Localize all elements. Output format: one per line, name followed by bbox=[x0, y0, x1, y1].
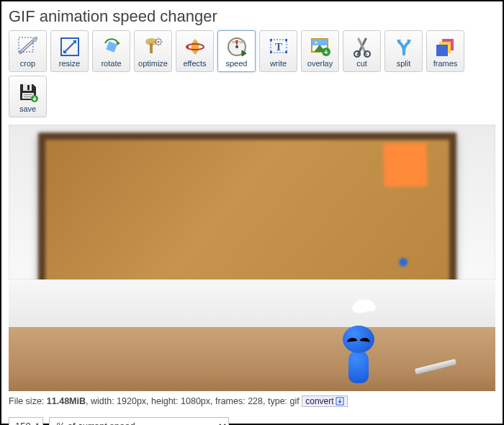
speed-button[interactable]: NWNE speed bbox=[217, 30, 256, 72]
svg-rect-20 bbox=[270, 39, 272, 41]
tool-label: resize bbox=[59, 59, 80, 68]
tool-label: optimize bbox=[138, 59, 168, 68]
tool-label: effects bbox=[183, 59, 206, 68]
rotate-icon bbox=[100, 35, 123, 58]
cut-icon bbox=[351, 35, 374, 58]
rotate-button[interactable]: rotate bbox=[92, 30, 130, 72]
svg-marker-6 bbox=[117, 41, 120, 45]
svg-rect-23 bbox=[285, 51, 287, 53]
cut-button[interactable]: cut bbox=[343, 30, 381, 72]
write-button[interactable]: T write bbox=[259, 30, 297, 72]
overlay-icon: + bbox=[309, 35, 332, 58]
crop-icon bbox=[17, 35, 40, 58]
effects-icon bbox=[184, 35, 207, 58]
convert-button[interactable]: convert bbox=[302, 395, 347, 407]
speed-value: 150 bbox=[15, 421, 31, 426]
tool-label: write bbox=[270, 59, 287, 68]
svg-text:+: + bbox=[324, 48, 328, 56]
svg-rect-42 bbox=[24, 97, 32, 97]
type-label: , type: bbox=[263, 396, 290, 406]
image-preview bbox=[9, 125, 495, 391]
frames-icon bbox=[434, 35, 457, 58]
type-value: gif bbox=[290, 396, 300, 406]
tool-label: split bbox=[397, 59, 411, 68]
toolbar: crop resize rotate optimize effects NWNE… bbox=[9, 30, 495, 117]
svg-rect-22 bbox=[270, 51, 272, 53]
svg-rect-5 bbox=[106, 41, 117, 52]
svg-rect-39 bbox=[27, 85, 30, 90]
svg-rect-21 bbox=[285, 39, 287, 41]
speed-unit-select[interactable]: % of current speed bbox=[49, 417, 229, 425]
width-label: , width: bbox=[86, 396, 117, 406]
svg-point-27 bbox=[315, 41, 318, 44]
svg-point-17 bbox=[235, 45, 238, 48]
page-title: GIF animation speed changer bbox=[9, 7, 495, 26]
svg-point-10 bbox=[157, 40, 159, 42]
svg-rect-8 bbox=[150, 43, 153, 53]
tool-label: overlay bbox=[307, 59, 333, 68]
height-value: 1080px bbox=[181, 396, 210, 406]
optimize-icon bbox=[142, 35, 165, 58]
height-label: , height: bbox=[146, 396, 181, 406]
tool-label: frames bbox=[433, 59, 458, 68]
crop-button[interactable]: crop bbox=[9, 30, 47, 72]
split-button[interactable]: split bbox=[384, 30, 423, 72]
overlay-button[interactable]: + overlay bbox=[301, 30, 339, 72]
filesize-value: 11.48MiB bbox=[47, 396, 86, 406]
tool-label: cut bbox=[356, 59, 367, 68]
frames-button[interactable]: frames bbox=[426, 30, 464, 72]
effects-button[interactable]: effects bbox=[176, 30, 214, 72]
save-button[interactable]: save bbox=[9, 76, 47, 117]
stepper-icon: ▲▼ bbox=[35, 421, 40, 425]
speed-icon: NWNE bbox=[225, 35, 248, 58]
svg-rect-41 bbox=[24, 94, 32, 95]
speed-controls: 150 ▲▼ % of current speed bbox=[9, 417, 495, 425]
resize-icon bbox=[58, 35, 81, 58]
resize-button[interactable]: resize bbox=[50, 30, 89, 72]
file-metadata: File size: 11.48MiB, width: 1920px, heig… bbox=[9, 395, 495, 407]
svg-rect-37 bbox=[436, 45, 448, 56]
write-icon: T bbox=[267, 35, 290, 58]
svg-text:NE: NE bbox=[239, 40, 243, 44]
convert-label: convert bbox=[305, 396, 333, 406]
frames-label: , frames: bbox=[210, 396, 248, 406]
speed-value-input[interactable]: 150 ▲▼ bbox=[9, 417, 43, 425]
tool-label: crop bbox=[20, 59, 35, 68]
frames-value: 228 bbox=[248, 396, 263, 406]
filesize-label: File size: bbox=[9, 396, 47, 406]
split-icon bbox=[392, 35, 415, 58]
download-icon bbox=[336, 397, 344, 406]
tool-label: save bbox=[19, 104, 36, 113]
tool-label: speed bbox=[226, 59, 248, 68]
svg-text:T: T bbox=[275, 41, 282, 53]
save-icon bbox=[17, 81, 40, 104]
tool-label: rotate bbox=[101, 59, 121, 68]
optimize-button[interactable]: optimize bbox=[134, 30, 172, 72]
width-value: 1920px bbox=[117, 396, 146, 406]
svg-rect-26 bbox=[312, 39, 328, 45]
